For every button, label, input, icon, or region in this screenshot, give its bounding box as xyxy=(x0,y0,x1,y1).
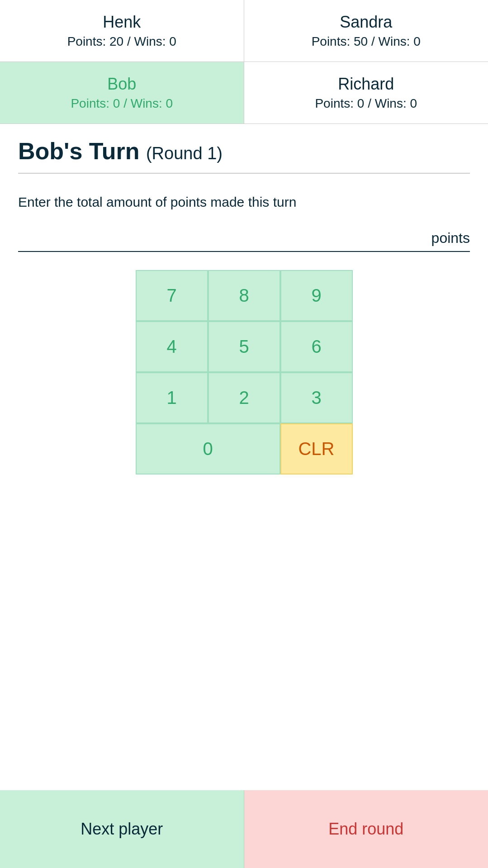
end-round-button[interactable]: End round xyxy=(244,790,488,868)
numpad-btn-5[interactable]: 5 xyxy=(208,321,280,372)
player-name-henk: Henk xyxy=(9,13,235,32)
player-stats-sandra: Points: 50 / Wins: 0 xyxy=(253,34,479,49)
player-stats-bob: Points: 0 / Wins: 0 xyxy=(9,96,235,111)
player-name-richard: Richard xyxy=(253,75,479,94)
turn-header: Bob's Turn (Round 1) xyxy=(18,138,470,174)
player-cell-sandra: Sandra Points: 50 / Wins: 0 xyxy=(244,0,488,62)
players-grid: Henk Points: 20 / Wins: 0 Sandra Points:… xyxy=(0,0,488,124)
numpad: 7 8 9 4 5 6 1 2 3 0 CLR xyxy=(136,270,353,474)
turn-header-round: (Round 1) xyxy=(146,144,223,163)
numpad-btn-7[interactable]: 7 xyxy=(136,270,208,321)
main-content: Bob's Turn (Round 1) Enter the total amo… xyxy=(0,124,488,790)
numpad-btn-6[interactable]: 6 xyxy=(280,321,353,372)
player-cell-bob: Bob Points: 0 / Wins: 0 xyxy=(0,62,244,123)
numpad-btn-3[interactable]: 3 xyxy=(280,372,353,423)
spacer xyxy=(18,474,470,777)
bottom-buttons: Next player End round xyxy=(0,790,488,868)
numpad-btn-clr[interactable]: CLR xyxy=(280,423,353,474)
numpad-btn-2[interactable]: 2 xyxy=(208,372,280,423)
player-cell-richard: Richard Points: 0 / Wins: 0 xyxy=(244,62,488,123)
instruction-text: Enter the total amount of points made th… xyxy=(18,193,470,212)
points-label: points xyxy=(431,230,470,247)
turn-header-player: Bob's Turn xyxy=(18,138,139,164)
numpad-btn-8[interactable]: 8 xyxy=(208,270,280,321)
numpad-btn-0[interactable]: 0 xyxy=(136,423,280,474)
player-name-bob: Bob xyxy=(9,75,235,94)
numpad-btn-4[interactable]: 4 xyxy=(136,321,208,372)
numpad-btn-9[interactable]: 9 xyxy=(280,270,353,321)
player-name-sandra: Sandra xyxy=(253,13,479,32)
player-cell-henk: Henk Points: 20 / Wins: 0 xyxy=(0,0,244,62)
player-stats-henk: Points: 20 / Wins: 0 xyxy=(9,34,235,49)
next-player-button[interactable]: Next player xyxy=(0,790,244,868)
numpad-btn-1[interactable]: 1 xyxy=(136,372,208,423)
points-input-row: points xyxy=(18,230,470,252)
player-stats-richard: Points: 0 / Wins: 0 xyxy=(253,96,479,111)
